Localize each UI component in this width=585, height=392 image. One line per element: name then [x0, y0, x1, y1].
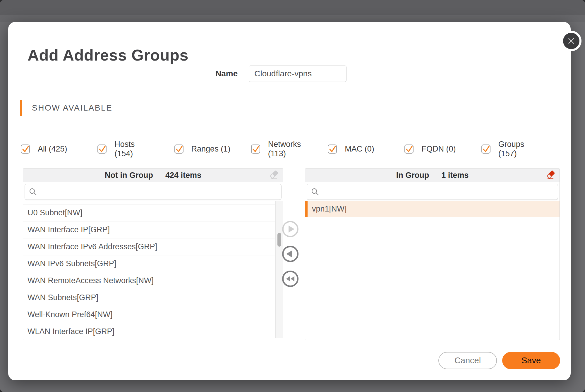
check-icon: [252, 145, 260, 153]
move-left-button[interactable]: [282, 245, 299, 262]
filter-networks[interactable]: Networks (113): [251, 138, 328, 159]
checkbox-networks[interactable]: [251, 145, 260, 154]
in-group-search-input[interactable]: [323, 184, 558, 200]
filter-label: All (425): [38, 144, 67, 154]
list-item-partial: [23, 201, 283, 204]
filter-all[interactable]: All (425): [21, 138, 97, 159]
name-field-row: Name: [215, 65, 346, 82]
checkbox-hosts[interactable]: [97, 145, 107, 154]
in-group-panel: In Group 1 items: [305, 169, 560, 340]
in-group-search: [307, 184, 558, 200]
eraser-icon: [545, 170, 556, 180]
filter-label: FQDN (0): [421, 144, 456, 154]
not-in-group-search: [25, 184, 282, 200]
list-item[interactable]: WAN Subnets[GRP]: [23, 289, 283, 306]
eraser-icon: [269, 170, 279, 180]
close-icon: [567, 37, 576, 45]
list-item[interactable]: WLAN Interface IP[GRP]: [23, 323, 283, 338]
scrollbar-thumb[interactable]: [277, 233, 281, 247]
not-in-group-header: Not in Group 424 items: [23, 169, 283, 182]
filter-label: Groups (157): [498, 140, 538, 159]
checkbox-groups[interactable]: [481, 145, 490, 154]
checkbox-mac[interactable]: [328, 145, 337, 154]
list-item-selected[interactable]: vpn1[NW]: [305, 201, 560, 217]
not-in-group-search-input[interactable]: [41, 184, 281, 200]
filter-groups[interactable]: Groups (157): [481, 138, 558, 159]
panel-title: In Group: [396, 171, 429, 180]
not-in-group-panel: Not in Group 424 items: [23, 169, 283, 340]
check-icon: [21, 145, 29, 153]
move-all-left-button[interactable]: [282, 270, 299, 287]
check-icon: [405, 145, 413, 153]
name-label: Name: [215, 69, 238, 78]
move-right-button[interactable]: [282, 221, 299, 238]
check-icon: [328, 145, 336, 153]
list-item[interactable]: WAN Interface IP[GRP]: [23, 221, 283, 238]
close-button[interactable]: [563, 33, 579, 49]
search-icon: [29, 188, 37, 196]
in-group-list: vpn1[NW]: [305, 201, 560, 338]
panel-title: Not in Group: [105, 171, 153, 180]
filter-label: Networks (113): [268, 140, 305, 159]
accent-bar: [20, 100, 22, 116]
dimmed-app-topbar: [0, 0, 585, 15]
in-group-header: In Group 1 items: [305, 169, 560, 182]
filter-hosts[interactable]: Hosts (154): [97, 138, 174, 159]
clear-right-list-button[interactable]: [545, 170, 556, 181]
arrow-left-circle-icon: [282, 245, 299, 262]
double-arrow-left-circle-icon: [282, 270, 299, 287]
check-icon: [98, 145, 106, 153]
dimmed-background-overlay: Add Address Groups Name SHOW AVAILABLE A…: [0, 0, 585, 392]
section-title: SHOW AVAILABLE: [32, 103, 112, 113]
filter-label: MAC (0): [345, 144, 374, 154]
clear-left-list-button[interactable]: [268, 170, 279, 181]
save-button[interactable]: Save: [502, 352, 560, 369]
dimmed-app-tabs-strip: [0, 15, 585, 22]
show-available-section-header: SHOW AVAILABLE: [20, 99, 112, 116]
not-in-group-list: U0 Subnet[NW] WAN Interface IP[GRP] WAN …: [23, 201, 283, 338]
name-input[interactable]: [249, 66, 346, 82]
checkbox-fqdn[interactable]: [404, 145, 414, 154]
checkbox-all[interactable]: [21, 145, 30, 154]
search-icon: [311, 188, 320, 196]
cancel-button[interactable]: Cancel: [438, 352, 497, 369]
check-icon: [482, 145, 490, 153]
filter-ranges[interactable]: Ranges (1): [174, 138, 251, 159]
panel-item-count: 1 items: [441, 171, 469, 180]
filter-mac[interactable]: MAC (0): [328, 138, 404, 159]
filter-fqdn[interactable]: FQDN (0): [404, 138, 481, 159]
dialog-title: Add Address Groups: [28, 46, 188, 64]
type-filter-row: All (425) Hosts (154) Ranges (1) Network…: [21, 138, 558, 159]
checkbox-ranges[interactable]: [174, 145, 183, 154]
transfer-button-column: [282, 221, 299, 287]
panel-item-count: 424 items: [165, 171, 201, 180]
list-item[interactable]: WAN IPv6 Subnets[GRP]: [23, 255, 283, 272]
list-item[interactable]: U0 Subnet[NW]: [23, 204, 283, 221]
arrow-right-circle-icon: [282, 221, 299, 238]
filter-label: Hosts (154): [114, 140, 154, 159]
list-item[interactable]: WAN RemoteAccess Networks[NW]: [23, 272, 283, 289]
add-address-groups-dialog: Add Address Groups Name SHOW AVAILABLE A…: [8, 22, 571, 380]
check-icon: [175, 145, 183, 153]
filter-label: Ranges (1): [191, 144, 231, 154]
list-item[interactable]: Well-Known Pref64[NW]: [23, 306, 283, 323]
list-item[interactable]: WAN Interface IPv6 Addresses[GRP]: [23, 238, 283, 255]
